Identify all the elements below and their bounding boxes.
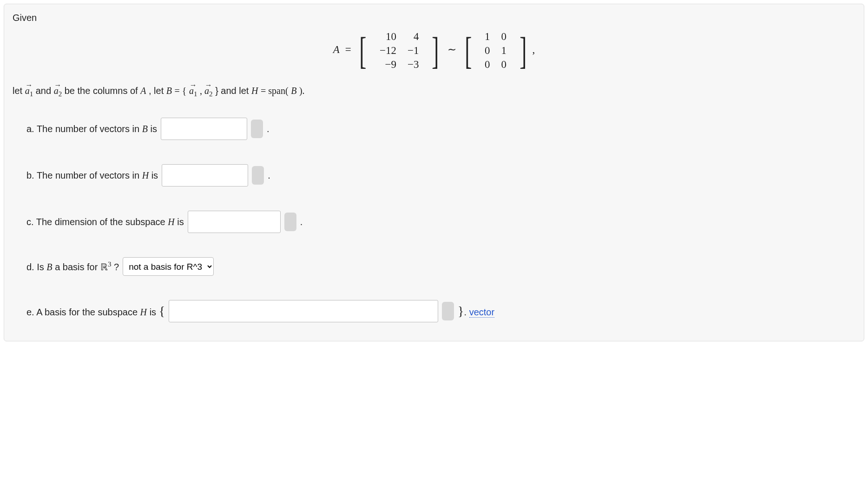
text: let	[13, 86, 25, 96]
sup-3: 3	[108, 260, 112, 268]
qc-label: c. The dimension of the subspace	[26, 217, 168, 227]
var-H: H	[142, 170, 149, 180]
right-bracket-icon: ]	[519, 36, 526, 65]
text: is	[151, 170, 158, 180]
R-2-0: 0	[479, 58, 496, 72]
left-brace: {	[159, 304, 165, 318]
question-c: c. The dimension of the subspace H is .	[26, 211, 855, 233]
text: is	[150, 307, 159, 317]
text: be the columns of	[65, 86, 140, 96]
text: , let	[149, 86, 166, 96]
preview-c-button[interactable]	[284, 213, 296, 231]
vector-a1-set: a	[189, 86, 194, 96]
var-B-script: B	[291, 86, 296, 96]
var-H: H	[168, 217, 174, 227]
A-0-1: 4	[402, 30, 424, 44]
left-bracket-icon: [	[360, 36, 367, 65]
preview-b-button[interactable]	[252, 166, 264, 185]
qd-label: d. Is	[26, 262, 46, 272]
sub-2: 2	[209, 90, 213, 98]
question-a: a. The number of vectors in B is .	[26, 118, 855, 140]
A-1-1: −1	[402, 44, 424, 58]
vector-a2: a	[54, 86, 59, 96]
A-0-0: 10	[374, 30, 402, 44]
text: is	[150, 124, 157, 134]
A-2-0: −9	[374, 58, 402, 72]
answer-a-input[interactable]	[161, 118, 247, 140]
answer-c-input[interactable]	[188, 211, 281, 233]
var-H: H	[251, 86, 258, 96]
qe-label: e. A basis for the subspace	[26, 307, 140, 317]
tilde-sign: ∼	[447, 44, 456, 55]
vector-a2-set: a	[204, 86, 209, 96]
text: = span(	[261, 86, 289, 96]
answer-e-input[interactable]	[169, 300, 438, 322]
text: ).	[299, 86, 305, 96]
trailing-comma: ,	[532, 44, 535, 55]
R-2-1: 0	[496, 58, 513, 72]
var-A: A	[333, 44, 340, 55]
qa-label: a. The number of vectors in	[26, 124, 142, 134]
text: } and let	[215, 86, 251, 96]
R-0-1: 0	[496, 30, 513, 44]
preview-a-button[interactable]	[251, 120, 263, 138]
equals-sign: =	[345, 44, 351, 55]
period: .	[268, 170, 270, 181]
right-bracket-icon: ]	[432, 36, 439, 65]
R-0-0: 1	[479, 30, 496, 44]
question-b: b. The number of vectors in H is .	[26, 164, 855, 187]
right-brace: }	[458, 304, 464, 318]
text: a basis for	[55, 262, 100, 272]
qb-label: b. The number of vectors in	[26, 170, 142, 180]
matrix-R: [ 10 01 00 ]	[462, 29, 530, 73]
question-e: e. A basis for the subspace H is { }. ve…	[26, 300, 855, 322]
sub-2: 2	[59, 90, 62, 98]
sub-1: 1	[194, 90, 197, 98]
period: .	[464, 307, 469, 317]
left-bracket-icon: [	[465, 36, 472, 65]
period: .	[267, 124, 270, 134]
R-1-0: 0	[479, 44, 496, 58]
var-A: A	[140, 86, 146, 96]
var-B-script: B	[166, 86, 172, 96]
qmark: ?	[114, 262, 119, 272]
text: ,	[200, 86, 204, 96]
matrix-A: [ 104 −12−1 −9−3 ]	[356, 29, 442, 73]
answer-b-input[interactable]	[162, 164, 248, 187]
definitions-line: let a1 and a2 be the columns of A , let …	[13, 86, 855, 98]
vector-a1: a	[25, 86, 30, 96]
real-R: ℝ	[100, 262, 108, 272]
A-2-1: −3	[402, 58, 424, 72]
sub-1: 1	[30, 90, 33, 98]
question-panel: Given A = [ 104 −12−1 −9−3 ] ∼ [ 10 01 0…	[4, 4, 864, 341]
matrix-equation: A = [ 104 −12−1 −9−3 ] ∼ [ 10 01 00	[13, 29, 855, 73]
period: .	[300, 217, 303, 227]
var-H: H	[140, 307, 147, 317]
text: = {	[175, 86, 187, 96]
given-label: Given	[13, 13, 855, 23]
question-d: d. Is B a basis for ℝ3 ? not a basis for…	[26, 257, 855, 276]
text: and	[36, 86, 54, 96]
var-B-script: B	[142, 124, 148, 134]
answer-d-select[interactable]: not a basis for R^3	[123, 257, 214, 276]
A-1-0: −12	[374, 44, 402, 58]
R-1-1: 1	[496, 44, 513, 58]
vector-hint-link[interactable]: vector	[469, 307, 494, 318]
var-B-script: B	[46, 262, 52, 272]
text: is	[177, 217, 184, 227]
preview-e-button[interactable]	[442, 302, 454, 320]
